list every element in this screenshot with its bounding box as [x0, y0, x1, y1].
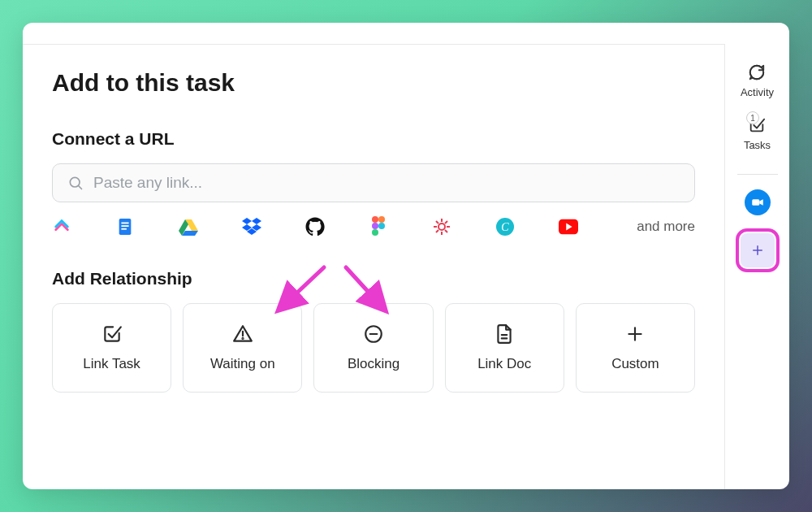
svg-rect-5	[121, 228, 126, 230]
sidebar-label: Tasks	[744, 139, 771, 151]
search-icon	[67, 175, 84, 191]
card-label: Custom	[611, 356, 659, 372]
github-icon[interactable]	[305, 217, 325, 236]
service-icon-row: C and more	[52, 217, 695, 236]
svg-point-18	[372, 229, 378, 236]
document-icon	[494, 323, 515, 345]
sidebar-divider	[737, 174, 778, 175]
svg-marker-8	[182, 231, 198, 236]
zoom-button[interactable]	[745, 189, 771, 215]
sidebar-activity[interactable]: Activity	[741, 63, 774, 98]
connect-url-heading: Connect a URL	[52, 129, 695, 149]
svg-marker-38	[759, 199, 763, 206]
google-drive-icon[interactable]	[179, 217, 198, 236]
relationship-section: Add Relationship Link Task Waiting on	[52, 269, 695, 393]
sidebar-label: Activity	[741, 86, 774, 98]
url-input-container[interactable]	[52, 163, 695, 202]
svg-marker-9	[242, 218, 252, 224]
svg-point-20	[438, 223, 445, 230]
youtube-icon[interactable]	[559, 217, 578, 236]
and-more-label[interactable]: and more	[637, 219, 695, 235]
svg-marker-10	[252, 218, 261, 224]
card-label: Blocking	[348, 356, 400, 372]
card-label: Link Doc	[477, 356, 531, 372]
svg-rect-4	[121, 225, 128, 227]
loom-icon[interactable]	[432, 217, 451, 236]
add-button[interactable]	[741, 233, 775, 267]
minus-circle-icon	[363, 323, 384, 345]
svg-point-16	[372, 223, 378, 229]
svg-rect-37	[752, 199, 759, 206]
clickup-icon[interactable]	[52, 217, 71, 236]
google-docs-icon[interactable]	[115, 217, 135, 236]
custom-card[interactable]: Custom	[576, 303, 695, 393]
chat-bubble-icon	[748, 63, 766, 81]
tasks-badge: 1	[746, 111, 759, 124]
svg-rect-15	[378, 216, 385, 223]
svg-line-1	[79, 186, 82, 189]
card-label: Link Task	[83, 356, 140, 372]
relationship-heading: Add Relationship	[52, 269, 695, 289]
page-title: Add to this task	[52, 69, 695, 97]
check-square-icon	[102, 323, 123, 345]
video-camera-icon	[750, 195, 765, 210]
relationship-cards: Link Task Waiting on Blocking Link Doc C…	[52, 303, 695, 393]
dropbox-icon[interactable]	[242, 217, 261, 236]
blocking-card[interactable]: Blocking	[313, 303, 433, 393]
waiting-on-card[interactable]: Waiting on	[183, 303, 302, 393]
plus-icon	[750, 243, 765, 258]
app-window: Add to this task Connect a URL	[23, 23, 789, 489]
figma-icon[interactable]	[369, 217, 388, 236]
warning-triangle-icon	[232, 323, 253, 345]
card-label: Waiting on	[210, 356, 275, 372]
svg-rect-3	[121, 223, 128, 224]
url-input[interactable]	[93, 174, 680, 192]
svg-point-17	[378, 223, 385, 229]
sidebar-tasks[interactable]: 1 Tasks	[744, 116, 771, 151]
right-sidebar: Activity 1 Tasks	[724, 44, 789, 489]
svg-point-30	[242, 338, 243, 339]
link-task-card[interactable]: Link Task	[52, 303, 171, 393]
svg-text:C: C	[501, 221, 509, 233]
link-doc-card[interactable]: Link Doc	[445, 303, 564, 393]
plus-icon	[624, 323, 646, 345]
main-panel: Add to this task Connect a URL	[23, 44, 724, 489]
canva-icon[interactable]: C	[495, 217, 515, 236]
svg-point-14	[372, 216, 378, 223]
